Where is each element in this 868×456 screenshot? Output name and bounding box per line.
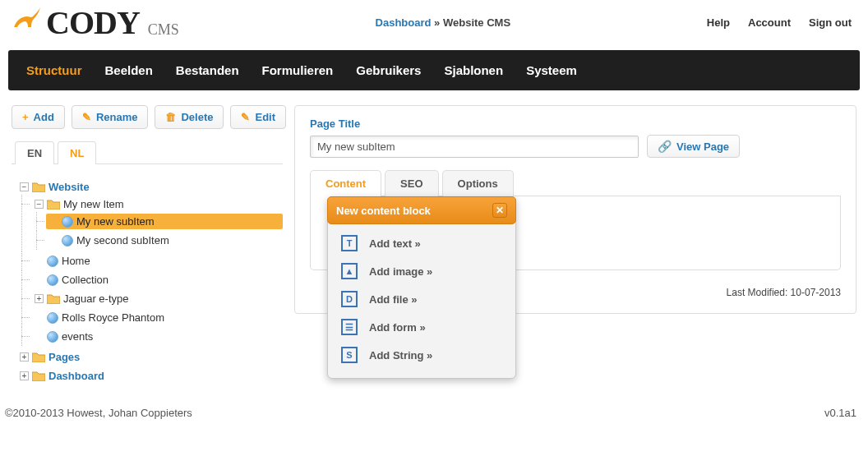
plus-icon: + bbox=[22, 111, 29, 123]
content-body: New content block ✕ TAdd text » ▲Add ima… bbox=[310, 196, 841, 270]
popover-title: New content block bbox=[336, 205, 431, 217]
add-string-button[interactable]: SAdd String » bbox=[341, 347, 502, 363]
help-link[interactable]: Help bbox=[707, 16, 730, 29]
trash-icon: 🗑 bbox=[165, 111, 176, 123]
tree-node-my-new-subitem[interactable]: My new subItem bbox=[46, 214, 283, 229]
add-file-button[interactable]: DAdd file » bbox=[341, 291, 502, 307]
globe-icon bbox=[62, 235, 73, 246]
tree-toolbar: +Add ✎Rename 🗑Delete ✎Edit bbox=[12, 105, 283, 129]
tab-seo[interactable]: SEO bbox=[385, 170, 438, 196]
page-title-label: Page Title bbox=[310, 117, 841, 130]
pencil-icon: ✎ bbox=[241, 111, 250, 123]
tab-options[interactable]: Options bbox=[442, 170, 514, 196]
string-icon: S bbox=[341, 347, 358, 363]
collapse-icon[interactable]: − bbox=[20, 182, 29, 191]
page-tree: − Website − My new Item bbox=[12, 173, 283, 390]
collapse-icon[interactable]: − bbox=[35, 200, 44, 209]
edit-button[interactable]: ✎Edit bbox=[230, 105, 286, 129]
file-icon: D bbox=[341, 291, 358, 307]
logo-suffix: CMS bbox=[148, 21, 179, 39]
nav-bestanden[interactable]: Bestanden bbox=[176, 63, 239, 77]
folder-icon bbox=[32, 182, 45, 192]
tree-node-dashboard[interactable]: + Dashboard bbox=[16, 368, 283, 384]
globe-icon bbox=[47, 331, 58, 343]
nav-structuur[interactable]: Structuur bbox=[26, 63, 82, 77]
content-tabs: Content SEO Options bbox=[310, 169, 841, 196]
page-panel: Page Title 🔗View Page Content SEO Option… bbox=[294, 105, 856, 314]
add-image-button[interactable]: ▲Add image » bbox=[341, 263, 502, 279]
link-icon: 🔗 bbox=[658, 140, 672, 153]
tree-node-events[interactable]: events bbox=[31, 329, 283, 344]
language-tabs: EN NL bbox=[12, 140, 283, 164]
globe-icon bbox=[47, 274, 58, 286]
close-icon[interactable]: ✕ bbox=[492, 203, 507, 218]
tab-content[interactable]: Content bbox=[310, 170, 381, 196]
tree-node-jaguar[interactable]: +Jaguar e-type bbox=[31, 291, 283, 306]
rename-button[interactable]: ✎Rename bbox=[72, 105, 149, 129]
nav-systeem[interactable]: Systeem bbox=[526, 63, 577, 77]
add-button[interactable]: +Add bbox=[12, 105, 65, 129]
expand-icon[interactable]: + bbox=[35, 294, 44, 303]
breadcrumb-dashboard-link[interactable]: Dashboard bbox=[376, 16, 432, 29]
kangaroo-icon bbox=[12, 6, 41, 29]
image-icon: ▲ bbox=[341, 263, 358, 279]
form-icon: ☰ bbox=[341, 319, 358, 335]
logo-text: CODY bbox=[46, 3, 140, 42]
page-title-input[interactable] bbox=[310, 136, 639, 158]
tree-node-pages[interactable]: + Pages bbox=[16, 349, 283, 365]
nav-sjablonen[interactable]: Sjablonen bbox=[444, 63, 503, 77]
folder-icon bbox=[47, 199, 60, 210]
globe-icon bbox=[62, 216, 73, 228]
footer-copyright: ©2010-2013 Howest, Johan Coppieters bbox=[5, 407, 192, 419]
view-page-button[interactable]: 🔗View Page bbox=[647, 135, 740, 158]
nav-formulieren[interactable]: Formulieren bbox=[262, 63, 334, 77]
tree-node-collection[interactable]: Collection bbox=[31, 272, 283, 288]
breadcrumb: Dashboard » Website CMS bbox=[376, 16, 510, 29]
new-content-block-popover: New content block ✕ TAdd text » ▲Add ima… bbox=[327, 196, 516, 379]
add-text-button[interactable]: TAdd text » bbox=[341, 235, 502, 251]
tree-node-home[interactable]: Home bbox=[31, 253, 283, 269]
account-link[interactable]: Account bbox=[748, 16, 791, 29]
logo: CODY CMS bbox=[12, 3, 179, 42]
folder-icon bbox=[32, 352, 45, 362]
footer-version: v0.1a1 bbox=[824, 407, 856, 419]
pencil-icon: ✎ bbox=[82, 111, 91, 123]
folder-icon bbox=[47, 293, 60, 304]
tree-node-my-new-item[interactable]: − My new Item bbox=[31, 196, 283, 212]
tree-node-rolls[interactable]: Rolls Royce Phantom bbox=[31, 310, 283, 325]
globe-icon bbox=[47, 256, 58, 267]
tree-node-website[interactable]: − Website bbox=[16, 179, 283, 195]
text-icon: T bbox=[341, 235, 358, 251]
lang-tab-nl[interactable]: NL bbox=[58, 141, 96, 164]
breadcrumb-current: Website CMS bbox=[443, 16, 510, 29]
signout-link[interactable]: Sign out bbox=[809, 16, 852, 29]
tree-node-my-second-subitem[interactable]: My second subItem bbox=[46, 233, 283, 248]
globe-icon bbox=[47, 312, 58, 324]
expand-icon[interactable]: + bbox=[20, 352, 29, 362]
expand-icon[interactable]: + bbox=[20, 371, 29, 380]
add-form-button[interactable]: ☰Add form » bbox=[341, 319, 502, 335]
nav-beelden[interactable]: Beelden bbox=[105, 63, 153, 77]
lang-tab-en[interactable]: EN bbox=[15, 141, 54, 164]
folder-icon bbox=[32, 371, 45, 381]
nav-gebruikers[interactable]: Gebruikers bbox=[356, 63, 421, 77]
delete-button[interactable]: 🗑Delete bbox=[155, 105, 224, 129]
main-nav: Structuur Beelden Bestanden Formulieren … bbox=[8, 50, 860, 90]
